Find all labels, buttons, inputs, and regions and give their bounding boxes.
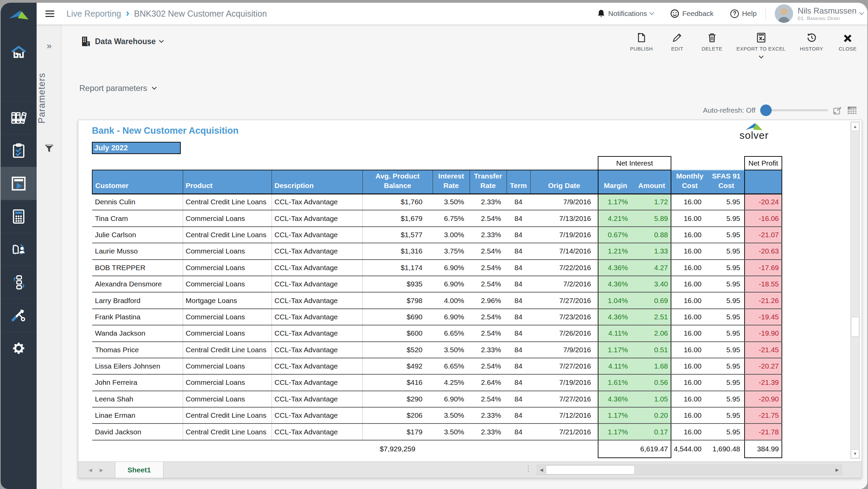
cell[interactable]: $206 xyxy=(362,407,433,424)
cell[interactable]: 7/19/2016 xyxy=(530,227,598,243)
cell[interactable]: $1,174 xyxy=(362,260,433,276)
cell[interactable]: 2.33% xyxy=(470,407,507,424)
cell[interactable]: Commercial Loans xyxy=(183,391,272,407)
cell[interactable]: 5.95 xyxy=(708,243,745,259)
cell[interactable]: Wanda Jackson xyxy=(92,325,183,341)
cell[interactable]: CCL-Tax Advantage xyxy=(272,210,362,226)
sidebar-item-live-reporting[interactable] xyxy=(1,167,37,200)
scroll-up-button[interactable]: ▲ xyxy=(851,122,859,131)
cell[interactable]: 0.17 xyxy=(633,424,671,440)
cell[interactable]: 7/27/2016 xyxy=(530,358,598,374)
cell[interactable]: 84 xyxy=(507,210,530,226)
cell[interactable]: Dennis Culin xyxy=(92,194,183,210)
cell[interactable]: Leena Shah xyxy=(92,391,183,407)
cell[interactable]: 16.00 xyxy=(671,210,708,226)
cell[interactable]: 5.95 xyxy=(708,374,745,391)
cell[interactable]: 5.95 xyxy=(708,292,745,308)
cell[interactable]: 5.95 xyxy=(708,260,745,276)
sidebar-item-home[interactable] xyxy=(1,36,37,69)
cell[interactable]: 5.95 xyxy=(708,227,745,243)
cell[interactable]: 4.27 xyxy=(633,260,671,276)
cell[interactable]: 4.11% xyxy=(598,325,633,341)
cell[interactable]: 6.90% xyxy=(433,260,470,276)
cell[interactable]: 7/14/2016 xyxy=(530,243,598,259)
cell[interactable]: -17.69 xyxy=(745,260,782,276)
column-header[interactable]: Interest Rate xyxy=(433,170,470,194)
notifications-button[interactable]: Notifications xyxy=(597,9,653,18)
cell[interactable]: Commercial Loans xyxy=(183,276,272,292)
column-header[interactable]: Customer xyxy=(92,170,183,194)
cell[interactable]: 16.00 xyxy=(671,391,708,407)
cell[interactable]: 6.90% xyxy=(433,276,470,292)
cell[interactable]: 16.00 xyxy=(671,194,708,210)
cell[interactable]: CCL-Tax Advantage xyxy=(272,260,362,276)
cell[interactable]: 16.00 xyxy=(671,227,708,243)
feedback-button[interactable]: Feedback xyxy=(670,9,713,18)
sidebar-item-assignments[interactable] xyxy=(1,233,37,266)
cell[interactable]: 1.61% xyxy=(598,374,633,391)
cell[interactable]: Larry Bradford xyxy=(92,292,183,308)
cell[interactable]: John Ferreira xyxy=(92,374,183,391)
sidebar-item-budgeting[interactable] xyxy=(1,200,37,233)
cell[interactable]: 5.95 xyxy=(708,358,745,374)
cell[interactable]: $690 xyxy=(362,309,433,325)
cell[interactable]: 2.54% xyxy=(470,309,507,325)
cell[interactable]: 3.40 xyxy=(633,276,671,292)
cell[interactable]: Commercial Loans xyxy=(183,243,272,259)
cell[interactable]: 5.95 xyxy=(708,309,745,325)
cell[interactable]: 0.88 xyxy=(633,227,671,243)
cell[interactable]: $520 xyxy=(362,342,433,358)
cell[interactable]: $1,577 xyxy=(362,227,433,243)
cell[interactable]: 4.36% xyxy=(598,276,633,292)
cell[interactable]: $1,679 xyxy=(362,210,433,226)
cell[interactable]: CCL-Tax Advantage xyxy=(272,407,362,424)
cell[interactable]: 5.95 xyxy=(708,194,745,210)
cell[interactable]: 1.72 xyxy=(633,194,671,210)
cell[interactable]: 4.00% xyxy=(433,292,470,308)
cell[interactable]: -21.07 xyxy=(745,227,782,243)
cell[interactable]: Central Credit Line Loans xyxy=(183,194,272,210)
cell[interactable]: $935 xyxy=(362,276,433,292)
cell[interactable]: 84 xyxy=(507,342,530,358)
cell[interactable]: 1.05 xyxy=(633,391,671,407)
cell[interactable]: 7/9/2016 xyxy=(530,194,598,210)
cell[interactable]: $1,316 xyxy=(362,243,433,259)
cell[interactable]: 5.95 xyxy=(708,210,745,226)
cell[interactable]: -21.78 xyxy=(745,424,782,440)
cell[interactable]: 7/23/2016 xyxy=(530,309,598,325)
cell[interactable]: 1.17% xyxy=(598,424,633,440)
column-header[interactable]: Term xyxy=(507,170,530,194)
cell[interactable]: -21.26 xyxy=(745,292,782,308)
cell[interactable]: 2.06 xyxy=(633,325,671,341)
cell[interactable]: 6.75% xyxy=(433,210,470,226)
report-period-cell[interactable]: July 2022 xyxy=(92,142,181,154)
cell[interactable]: 2.64% xyxy=(470,374,507,391)
cell[interactable]: 3.50% xyxy=(433,407,470,424)
cell[interactable]: -19.90 xyxy=(745,325,782,341)
edit-button[interactable]: EDIT xyxy=(667,33,687,52)
cell[interactable]: 2.33% xyxy=(470,227,507,243)
cell[interactable]: 84 xyxy=(507,194,530,210)
cell[interactable]: 5.95 xyxy=(708,342,745,358)
vertical-scroll-thumb[interactable] xyxy=(851,317,859,337)
cell[interactable]: 16.00 xyxy=(671,374,708,391)
cell[interactable]: 7/13/2016 xyxy=(530,210,598,226)
cell[interactable]: 16.00 xyxy=(671,325,708,341)
cell[interactable]: $290 xyxy=(362,391,433,407)
cell[interactable]: Tina Cram xyxy=(92,210,183,226)
cell[interactable]: -21.39 xyxy=(745,374,782,391)
cell[interactable]: 2.33% xyxy=(470,194,507,210)
cell[interactable]: Lissa Eilers Johnsen xyxy=(92,358,183,374)
cell[interactable]: 3.75% xyxy=(433,243,470,259)
cell[interactable]: 7/26/2016 xyxy=(530,325,598,341)
cell[interactable]: -20.27 xyxy=(745,358,782,374)
cell[interactable]: 7/27/2016 xyxy=(530,391,598,407)
cell[interactable]: 0.67% xyxy=(598,227,633,243)
auto-refresh-slider[interactable] xyxy=(760,105,828,116)
cell[interactable]: 16.00 xyxy=(671,358,708,374)
close-button[interactable]: CLOSE xyxy=(837,33,858,52)
cell[interactable]: CCL-Tax Advantage xyxy=(272,194,362,210)
cell[interactable]: 7/27/2016 xyxy=(530,292,598,308)
datasource-dropdown[interactable]: Data Warehouse xyxy=(81,36,163,47)
column-header[interactable]: Product xyxy=(183,170,272,194)
